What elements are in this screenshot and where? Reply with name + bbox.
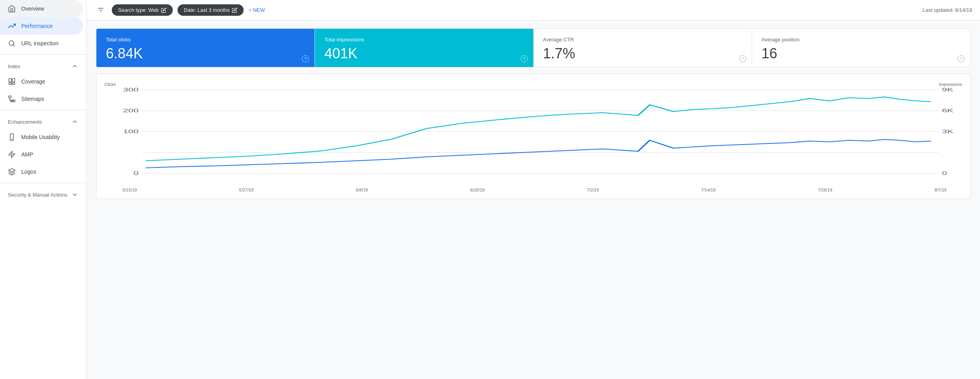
search-type-button[interactable]: Search type: Web: [112, 4, 173, 16]
date-button[interactable]: Date: Last 3 months: [178, 4, 244, 16]
sidebar-item-label: Logos: [21, 169, 36, 175]
sidebar-item-label: URL inspection: [21, 40, 58, 46]
sidebar-item-coverage[interactable]: Coverage: [0, 73, 83, 90]
chevron-down-icon: [71, 191, 78, 198]
svg-text:0: 0: [942, 171, 947, 176]
filter-button[interactable]: [94, 4, 107, 17]
sidebar-section-enhancements[interactable]: Enhancements: [0, 113, 86, 128]
phone-icon: [8, 133, 16, 141]
metric-card-avg-position: Average position 16 ?: [752, 29, 970, 67]
metric-help-btn[interactable]: ?: [302, 55, 309, 62]
svg-text:300: 300: [123, 87, 139, 92]
chart-x-labels: 5/15/19 5/27/19 6/8/19 6/20/19 7/2/19 7/…: [103, 186, 962, 192]
svg-text:0: 0: [133, 171, 139, 176]
sidebar-item-label: AMP: [21, 151, 33, 158]
svg-rect-6: [9, 96, 11, 98]
x-label: 8/7/19: [934, 188, 947, 192]
sidebar-section-security[interactable]: Security & Manual Actions: [0, 186, 86, 201]
x-label: 7/14/19: [701, 188, 716, 192]
metric-help-btn-3[interactable]: ?: [739, 55, 746, 62]
svg-text:9K: 9K: [942, 87, 954, 92]
trending-up-icon: [8, 22, 16, 30]
divider-1: [0, 54, 86, 55]
sidebar-item-amp[interactable]: AMP: [0, 146, 83, 163]
metric-label: Total impressions: [324, 37, 523, 43]
svg-rect-5: [12, 83, 15, 84]
edit-icon: [161, 7, 166, 13]
metric-card-total-clicks: Total clicks 6.84K ?: [96, 29, 315, 67]
svg-line-1: [13, 45, 15, 46]
index-section-label: Index: [8, 63, 20, 69]
bolt-icon: [8, 150, 16, 158]
metric-card-avg-ctr: Average CTR 1.7% ?: [534, 29, 752, 67]
edit-icon-2: [232, 7, 237, 13]
sidebar-item-mobile-usability[interactable]: Mobile Usability: [0, 128, 83, 146]
performance-chart: 300 200 100 0 9K 6K 3K 0: [103, 82, 962, 184]
content-area: Total clicks 6.84K ? Total impressions 4…: [87, 20, 980, 379]
sidebar-item-label: Overview: [21, 6, 44, 12]
x-label: 7/2/19: [587, 188, 599, 192]
x-label: 5/27/19: [239, 188, 254, 192]
svg-text:3K: 3K: [942, 129, 954, 134]
chart-y-label-right: Impressions: [939, 82, 962, 87]
divider-2: [0, 110, 86, 110]
svg-rect-2: [9, 79, 12, 82]
x-label: 7/26/19: [818, 188, 832, 192]
sidebar-item-label: Sitemaps: [21, 96, 44, 102]
new-btn-label: + NEW: [248, 7, 265, 13]
metric-value: 401K: [324, 46, 523, 61]
sidebar-item-label: Mobile Usability: [21, 134, 60, 140]
sidebar-item-label: Coverage: [21, 78, 45, 85]
chevron-up-icon: [71, 63, 78, 70]
svg-rect-4: [9, 83, 12, 84]
svg-point-0: [9, 41, 14, 45]
metric-label: Average position: [762, 37, 961, 43]
sidebar-item-overview[interactable]: Overview: [0, 0, 83, 17]
metrics-row: Total clicks 6.84K ? Total impressions 4…: [96, 28, 971, 67]
file-icon: [8, 78, 16, 85]
security-section-label: Security & Manual Actions: [8, 192, 67, 198]
chart-y-label-left: Clicks: [104, 82, 116, 87]
main-content: Search type: Web Date: Last 3 months + N…: [87, 0, 980, 379]
filter-icon: [97, 6, 105, 14]
metric-label: Total clicks: [106, 37, 305, 43]
sidebar-item-label: Performance: [21, 23, 53, 29]
layers-icon: [8, 168, 16, 176]
enhancements-section-label: Enhancements: [8, 119, 42, 125]
date-label: Date: Last 3 months: [184, 7, 229, 13]
metric-help-btn-4[interactable]: ?: [958, 55, 965, 62]
sitemaps-icon: [8, 95, 16, 103]
metric-label: Average CTR: [543, 37, 742, 43]
search-type-label: Search type: Web: [118, 7, 159, 13]
x-label: 5/15/19: [122, 188, 137, 192]
svg-text:6K: 6K: [942, 108, 954, 113]
svg-rect-3: [12, 79, 15, 82]
svg-marker-15: [9, 169, 15, 172]
metric-value: 1.7%: [543, 46, 742, 61]
metric-help-btn-2[interactable]: ?: [521, 55, 528, 62]
sidebar-item-url-inspection[interactable]: URL inspection: [0, 35, 83, 52]
x-label: 6/8/19: [356, 188, 368, 192]
metric-card-total-impressions: Total impressions 401K ?: [315, 29, 533, 67]
last-updated-label: Last updated: 8/14/19: [923, 7, 972, 13]
sidebar-item-logos[interactable]: Logos: [0, 163, 83, 180]
divider-3: [0, 183, 86, 183]
chevron-up-icon-2: [71, 118, 78, 125]
search-icon: [8, 39, 16, 47]
sidebar-section-index[interactable]: Index: [0, 57, 86, 73]
svg-text:200: 200: [123, 108, 139, 113]
chart-container: Clicks Impressions 300 200 100 0 9K 6K 3…: [96, 74, 971, 199]
svg-marker-14: [9, 151, 15, 158]
sidebar-item-performance[interactable]: Performance: [0, 17, 83, 35]
home-icon: [8, 5, 16, 13]
metric-value: 6.84K: [106, 46, 305, 61]
new-button[interactable]: + NEW: [248, 7, 265, 13]
x-label: 6/20/19: [470, 188, 484, 192]
sidebar-item-sitemaps[interactable]: Sitemaps: [0, 90, 83, 108]
svg-text:100: 100: [123, 129, 139, 134]
metric-value: 16: [762, 46, 961, 61]
sidebar: Overview Performance URL inspection Inde…: [0, 0, 87, 379]
topbar: Search type: Web Date: Last 3 months + N…: [87, 0, 980, 20]
